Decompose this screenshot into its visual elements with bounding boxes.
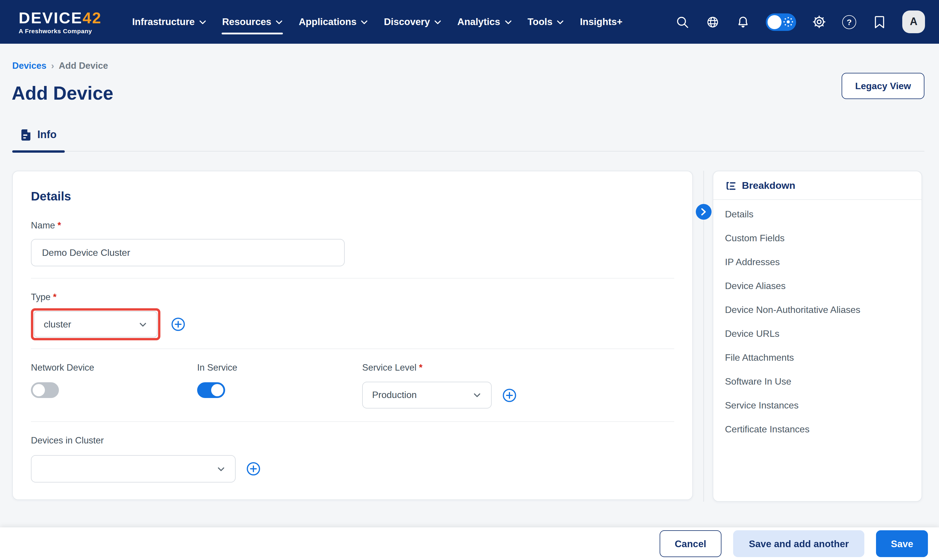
tab-info-label: Info	[37, 129, 57, 141]
chevron-down-icon	[138, 320, 148, 329]
list-tree-icon	[725, 181, 736, 191]
panel-rail	[703, 171, 704, 502]
toggle-knob	[211, 384, 224, 396]
logo-wordmark: DEVICE42	[19, 9, 102, 26]
nav-item[interactable]: Analytics	[449, 0, 520, 44]
save-and-add-another-button[interactable]: Save and add another	[733, 530, 865, 557]
help-icon[interactable]: ?	[842, 15, 856, 29]
chevron-down-icon	[276, 20, 282, 25]
breakdown-list-item[interactable]: Certificate Instances	[725, 417, 910, 441]
chevron-right-icon	[701, 208, 706, 215]
chevron-down-icon	[472, 391, 482, 400]
nav-utilities: ? A	[675, 11, 925, 33]
breakdown-list-item[interactable]: Custom Fields	[725, 226, 910, 250]
section-title-details: Details	[31, 189, 674, 204]
bookmark-icon[interactable]	[872, 15, 887, 29]
add-type-button[interactable]	[171, 317, 185, 332]
bell-icon[interactable]	[735, 15, 750, 29]
name-label: Name	[31, 220, 674, 231]
cancel-button[interactable]: Cancel	[660, 530, 722, 557]
in-service-toggle[interactable]	[197, 382, 225, 398]
chevron-down-icon	[557, 20, 564, 25]
theme-toggle[interactable]	[766, 13, 796, 31]
name-input[interactable]	[31, 239, 345, 266]
main-menu: Infrastructure Resources Applications Di…	[124, 0, 631, 44]
nav-item[interactable]: Insights+	[572, 0, 631, 44]
breakdown-list-item[interactable]: Device URLs	[725, 322, 910, 346]
breakdown-list-item[interactable]: File Attachments	[725, 346, 910, 369]
breakdown-list-item[interactable]: Service Instances	[725, 393, 910, 417]
breakdown-list-item[interactable]: IP Addresses	[725, 250, 910, 274]
type-select-value: cluster	[44, 319, 71, 329]
action-footer: Cancel Save and add another Save	[0, 528, 939, 560]
sun-icon	[783, 16, 794, 28]
chevron-down-icon	[505, 20, 511, 25]
breakdown-title: Breakdown	[742, 180, 795, 192]
breakdown-panel: Breakdown Details Custom Fields IP Addre…	[713, 171, 922, 502]
theme-toggle-knob	[768, 15, 782, 29]
breadcrumb-devices-link[interactable]: Devices	[12, 61, 46, 71]
nav-item[interactable]: Infrastructure	[124, 0, 214, 44]
network-device-label: Network Device	[31, 362, 197, 373]
breakdown-list-item[interactable]: Device Aliases	[725, 274, 910, 298]
nav-item[interactable]: Discovery	[376, 0, 449, 44]
page-title: Add Device	[12, 82, 113, 104]
device42-logo[interactable]: DEVICE42 A Freshworks Company	[19, 9, 102, 34]
document-icon	[20, 129, 31, 141]
type-select[interactable]: cluster	[34, 311, 157, 337]
nav-item[interactable]: Resources	[214, 0, 291, 44]
breakdown-header: Breakdown	[713, 171, 922, 200]
type-label: Type	[31, 291, 674, 302]
save-button[interactable]: Save	[876, 530, 928, 557]
logo-tagline: A Freshworks Company	[19, 27, 102, 34]
service-level-label: Service Level	[362, 362, 517, 373]
details-card: Details Name Type cluster	[12, 171, 693, 500]
nav-item[interactable]: Tools	[520, 0, 572, 44]
breadcrumb-current: Add Device	[59, 61, 108, 71]
search-icon[interactable]	[675, 15, 689, 29]
gear-icon[interactable]	[812, 15, 826, 29]
chevron-down-icon	[361, 20, 368, 25]
add-device-to-cluster-button[interactable]	[246, 462, 261, 476]
breakdown-list-item[interactable]: Details	[725, 202, 910, 226]
breakdown-list-item[interactable]: Software In Use	[725, 369, 910, 393]
nav-item[interactable]: Applications	[291, 0, 376, 44]
type-highlight-annotation: cluster	[31, 308, 160, 340]
breakdown-list: Details Custom Fields IP Addresses Devic…	[713, 200, 922, 443]
chevron-down-icon	[216, 464, 226, 474]
chevron-down-icon	[435, 20, 441, 25]
user-avatar[interactable]: A	[902, 11, 925, 33]
service-level-select[interactable]: Production	[362, 382, 492, 409]
breadcrumb: Devices › Add Device	[12, 61, 108, 71]
collapse-panel-button[interactable]	[696, 204, 712, 220]
devices-in-cluster-select[interactable]	[31, 455, 236, 483]
app-viewport: DEVICE42 A Freshworks Company Infrastruc…	[0, 0, 939, 560]
devices-in-cluster-label: Devices in Cluster	[31, 435, 674, 446]
legacy-view-button[interactable]: Legacy View	[842, 73, 924, 99]
chevron-down-icon	[199, 20, 206, 25]
globe-icon[interactable]	[705, 15, 720, 29]
network-device-toggle[interactable]	[31, 382, 59, 398]
breadcrumb-separator: ›	[51, 61, 54, 71]
toggle-knob	[33, 384, 45, 396]
service-level-value: Production	[372, 390, 417, 400]
top-nav: DEVICE42 A Freshworks Company Infrastruc…	[0, 0, 939, 44]
tab-info[interactable]: Info	[12, 129, 65, 151]
add-service-level-button[interactable]	[502, 388, 517, 402]
breakdown-list-item[interactable]: Device Non-Authoritative Aliases	[725, 298, 910, 322]
in-service-label: In Service	[197, 362, 362, 373]
tab-bar: Info	[12, 129, 924, 151]
